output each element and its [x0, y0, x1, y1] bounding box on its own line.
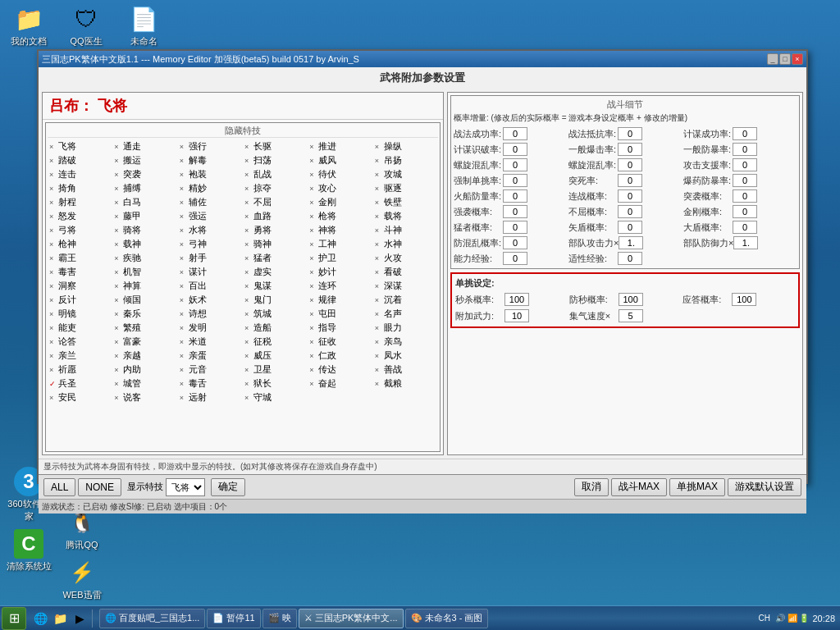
- skill-item[interactable]: ×深谋: [373, 279, 438, 293]
- none-button[interactable]: NONE: [78, 478, 121, 496]
- skill-item[interactable]: ×辅佐: [178, 195, 243, 209]
- skill-item[interactable]: ×攻心: [308, 181, 372, 195]
- desktop-icon-thunder[interactable]: ⚡ WEB迅雷: [57, 558, 107, 601]
- default-button[interactable]: 游戏默认设置: [728, 478, 801, 496]
- skill-item[interactable]: ×推进: [308, 139, 372, 153]
- quick-ie[interactable]: 🌐: [31, 609, 49, 628]
- anti-instant-input[interactable]: [619, 293, 643, 306]
- skill-item[interactable]: ×凤水: [373, 349, 438, 363]
- desktop-icon-unnamed[interactable]: 📄 未命名: [119, 4, 168, 48]
- fierce-input[interactable]: [503, 221, 527, 234]
- skill-item[interactable]: ×不屈: [243, 195, 308, 209]
- skill-item[interactable]: ×指导: [308, 321, 372, 335]
- skill-item[interactable]: ×亲蛋: [178, 349, 243, 363]
- skill-item[interactable]: ×连击: [48, 167, 112, 181]
- adapt-exp-input[interactable]: [618, 252, 642, 265]
- quick-explorer[interactable]: 📁: [51, 609, 69, 628]
- skill-item[interactable]: ×屯田: [308, 307, 372, 321]
- skill-item[interactable]: ×神算: [112, 279, 177, 293]
- skill-item[interactable]: ×内助: [112, 363, 177, 377]
- taskbar-item-movie[interactable]: 🎬 映: [262, 609, 297, 628]
- confirm-button[interactable]: 确定: [211, 478, 245, 496]
- spiral2-input[interactable]: [618, 158, 642, 171]
- anti-chaos-input[interactable]: [503, 236, 527, 249]
- skill-item[interactable]: ×繁殖: [112, 321, 177, 335]
- skill-item[interactable]: ×元音: [178, 363, 243, 377]
- cancel-button[interactable]: 取消: [574, 478, 609, 496]
- skill-item[interactable]: ×踏破: [48, 153, 112, 167]
- skill-item[interactable]: ×强行: [178, 139, 243, 153]
- skill-item[interactable]: ×弓将: [48, 223, 112, 237]
- skill-item[interactable]: ×弓神: [178, 237, 243, 251]
- skill-item[interactable]: ✓兵圣: [48, 377, 112, 390]
- skill-item[interactable]: ×征收: [308, 335, 372, 349]
- skill-item[interactable]: ×威风: [308, 153, 372, 167]
- skill-item[interactable]: ×长驱: [243, 139, 308, 153]
- skill-item[interactable]: ×工神: [308, 237, 372, 251]
- skill-item[interactable]: ×连环: [308, 279, 372, 293]
- skill-item[interactable]: ×水将: [178, 223, 243, 237]
- taskbar-item-sanguo[interactable]: ⚔ 三国志PK繁体中文...: [299, 609, 404, 628]
- troop-defense-input[interactable]: [733, 236, 758, 249]
- skill-item[interactable]: ×铁壁: [373, 195, 438, 209]
- skill-item[interactable]: ×搬运: [112, 153, 177, 167]
- skill-item[interactable]: ×载神: [112, 237, 177, 251]
- skill-item[interactable]: ×能吏: [48, 321, 112, 335]
- skill-item[interactable]: ×虚实: [243, 265, 308, 279]
- skill-item[interactable]: ×枪将: [308, 209, 372, 223]
- taskbar-item-baidu[interactable]: 🌐 百度贴吧_三国志1...: [99, 609, 205, 628]
- skill-item[interactable]: ×明镜: [48, 307, 112, 321]
- skill-item[interactable]: ×精妙: [178, 181, 243, 195]
- skill-item[interactable]: ×骑神: [243, 237, 308, 251]
- skill-item[interactable]: ×怒发: [48, 209, 112, 223]
- skill-item[interactable]: ×待伏: [308, 167, 372, 181]
- skill-item[interactable]: ×论答: [48, 335, 112, 349]
- forced-duel-input[interactable]: [503, 174, 527, 187]
- skill-item[interactable]: ×征税: [243, 335, 308, 349]
- skill-item[interactable]: ×威压: [243, 349, 308, 363]
- skill-item[interactable]: ×守城: [243, 390, 308, 404]
- skill-item[interactable]: ×城管: [112, 377, 177, 390]
- battle-max-button[interactable]: 战斗MAX: [611, 478, 667, 496]
- skill-item[interactable]: ×突袭: [112, 167, 177, 181]
- skill-item[interactable]: ×亲越: [112, 349, 177, 363]
- skill-item[interactable]: ×亲兰: [48, 349, 112, 363]
- skill-item[interactable]: ×妙计: [308, 265, 372, 279]
- skill-item[interactable]: ×操纵: [373, 139, 438, 153]
- desktop-icon-cleanup[interactable]: C 清除系统垃: [4, 529, 53, 573]
- strong-attack-input[interactable]: [503, 205, 527, 218]
- skill-item[interactable]: ×藤甲: [112, 209, 177, 223]
- skill-item[interactable]: ×解毒: [178, 153, 243, 167]
- skill-item[interactable]: ×枪神: [48, 237, 112, 251]
- taskbar-item-paint[interactable]: 🎨 未命名3 - 画图: [405, 609, 489, 628]
- skill-item[interactable]: ×掎角: [48, 181, 112, 195]
- skill-item[interactable]: ×仁政: [308, 349, 372, 363]
- skill-item[interactable]: ×扫荡: [243, 153, 308, 167]
- skill-item[interactable]: ×谋计: [178, 265, 243, 279]
- skill-item[interactable]: ×袍装: [178, 167, 243, 181]
- skill-item[interactable]: ×善战: [373, 363, 438, 377]
- skill-item[interactable]: ×狱长: [243, 377, 308, 390]
- attack-support-input[interactable]: [733, 158, 757, 171]
- unyielding-input[interactable]: [618, 205, 642, 218]
- diamond-input[interactable]: [733, 205, 757, 218]
- chain-battle-input[interactable]: [618, 189, 642, 203]
- skill-item[interactable]: ×规律: [308, 293, 372, 307]
- skill-item[interactable]: ×乱战: [243, 167, 308, 181]
- qi-speed-input[interactable]: [619, 309, 643, 322]
- skill-item[interactable]: ×反计: [48, 293, 112, 307]
- skill-item[interactable]: ×射程: [48, 195, 112, 209]
- skill-item[interactable]: ×米道: [178, 335, 243, 349]
- skill-item[interactable]: ×血路: [243, 209, 308, 223]
- skill-item[interactable]: ×骑将: [112, 223, 177, 237]
- bomb-anti-input[interactable]: [733, 174, 757, 187]
- instant-kill-input[interactable]: [504, 293, 529, 306]
- jimo-break-input[interactable]: [503, 143, 527, 156]
- skill-item[interactable]: ×诗想: [178, 307, 243, 321]
- skill-item[interactable]: ×斗神: [373, 223, 438, 237]
- minimize-button[interactable]: _: [767, 53, 778, 65]
- bonus-force-input[interactable]: [504, 309, 529, 322]
- skill-item[interactable]: ×远射: [178, 390, 243, 404]
- skill-item[interactable]: ×鬼门: [243, 293, 308, 307]
- zhafa-resist-input[interactable]: [618, 127, 642, 140]
